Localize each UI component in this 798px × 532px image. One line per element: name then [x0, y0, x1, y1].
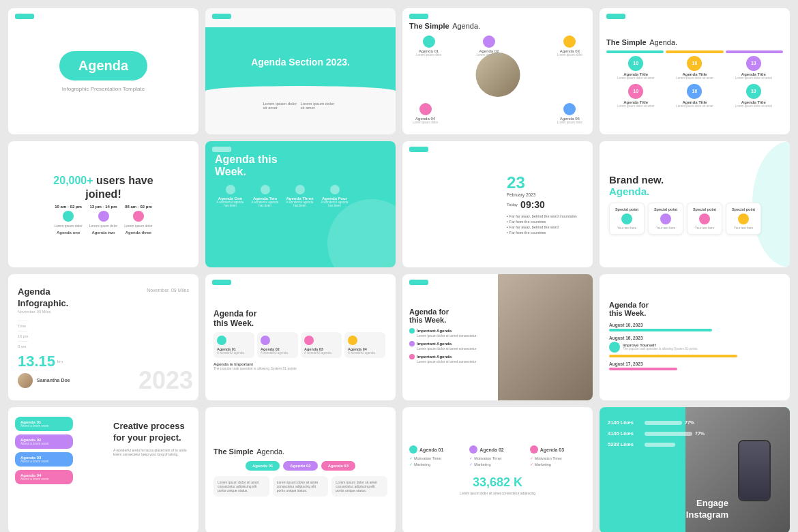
slide-grid: Agenda Infographic Presentation Template…: [8, 8, 790, 532]
slide15-col1-header: Agenda 01: [409, 445, 465, 454]
slide12-entry3: August 17, 2023: [609, 361, 780, 370]
slide16-stat2-pct: 77%: [695, 431, 705, 436]
slide4-title-bold: The Simple: [606, 38, 647, 46]
slide15-item3-1: ✓Motivation Timer: [530, 456, 586, 460]
slide3-network: Agenda 01 Lorem ipsum dolor Agenda 02 Lo…: [409, 35, 586, 124]
slide2-teal-bg: Agenda Section 2023.: [205, 27, 396, 97]
slide12-label2: Improve Yourself The popular task questi…: [623, 343, 698, 351]
slide14-title-bold: The Simple: [213, 447, 254, 456]
slide14-tab3[interactable]: Agenda 03: [321, 461, 355, 471]
slide12-entries: August 10, 2023 August 16, 2023 Improve …: [609, 323, 780, 374]
slide6-item1: Agenda One A wonderful agenda has been: [215, 185, 246, 207]
slide-7: 23 February 2023 Today 09:30 • Far far a…: [402, 141, 593, 267]
slide6-items: Agenda One A wonderful agenda has been A…: [215, 185, 386, 207]
slide6-item3: Agenda Three A wonderful agenda has been: [284, 185, 315, 207]
slide11-item1: Important Agenda Lorem ipsum dolor sit a…: [409, 328, 500, 338]
slide11-dot3: [409, 354, 415, 359]
slide8-card3: Special point Your text here: [687, 203, 722, 235]
slide6-title: Agenda thisWeek.: [215, 153, 386, 178]
slide11-content: Agenda forthis Week. Important Agenda Lo…: [402, 274, 507, 400]
slide-1: Agenda Infographic Presentation Template: [8, 8, 198, 134]
slide15-col3-title: Agenda 03: [540, 447, 564, 452]
slide14-tab2[interactable]: Agenda 02: [283, 461, 317, 471]
slide12-dot2: [609, 342, 620, 353]
slide2-item1: Lorem ipsum dolor sit amet: [263, 102, 301, 110]
slide8-title: Brand new.: [609, 174, 664, 186]
slide6-item4: Agenda Four A wonderful agenda has been: [319, 185, 350, 207]
slide15-col3: Agenda 03 ✓Motivation Timer ✓Marketing: [530, 445, 586, 469]
slide14-title-rest: Agenda.: [256, 447, 284, 456]
slide7-today: Today: [507, 203, 518, 207]
slide4-badge: [606, 14, 625, 19]
slide10-card4-dot: [348, 336, 357, 345]
slide2-title: Agenda Section 2023.: [251, 57, 350, 68]
slide12-entry2-row: Improve Yourself The popular task questi…: [609, 342, 780, 353]
slide11-item1-title: Important Agenda: [417, 329, 452, 333]
slide8-card2: Special point Your text here: [648, 203, 683, 235]
slide8-card1-desc: Your text here: [614, 226, 640, 230]
slide6-item2: Agenda Two A wonderful agenda has been: [250, 185, 280, 207]
slide8-cards: Special point Your text here Special poi…: [609, 203, 761, 235]
slide12-date2: August 16, 2023: [609, 336, 780, 340]
slide3-center-img: [475, 53, 520, 97]
slide10-badge: [212, 280, 231, 285]
slide-11: Agenda forthis Week. Important Agenda Lo…: [402, 274, 593, 400]
slide-3: The Simple Agenda. Agenda 01 Lorem ipsum…: [402, 8, 593, 134]
slide-badge: [15, 14, 34, 19]
slide3-title-rest: Agenda.: [452, 22, 480, 30]
slide4-item5: 10 Agenda Title Lorem ipsum dolor sit am…: [670, 84, 718, 108]
slide11-item3-desc: Lorem ipsum dolor sit amet consectetur: [417, 359, 500, 364]
slide4-bar: [606, 50, 783, 53]
slide-9: AgendaInfographic. November. 09 Miles No…: [8, 274, 198, 400]
slide7-badge: [409, 147, 428, 152]
slide8-card2-desc: Your text here: [653, 226, 679, 230]
slide12-date1: August 10, 2023: [609, 323, 780, 327]
slide-6: Agenda thisWeek. Agenda One A wonderful …: [205, 141, 396, 267]
slide16-stat3: 5238 Likes: [608, 441, 705, 447]
slide16-stats: 2146 Likes 77% 4146 Likes 77% 5238 Likes: [608, 419, 705, 452]
slide14-card1-desc: Lorem ipsum dolor sit amet consectetur a…: [218, 480, 265, 492]
slide15-cols: Agenda 01 ✓Motivation Timer ✓Marketing A…: [409, 445, 586, 469]
slide3-label4: Agenda 04 Lorem ipsum dolor: [413, 103, 438, 124]
slide1-subtitle: Infographic Presentation Template: [62, 86, 145, 92]
slide12-bar2: [609, 355, 737, 357]
slide15-item3-2: ✓Marketing: [530, 462, 586, 467]
slide13-bubble1: Agenda 01 Attend a lorem event: [15, 417, 73, 431]
slide4-row2: 10 Agenda Title Lorem ipsum dolor sit am…: [606, 84, 783, 108]
slide14-tabs: Agenda 01 Agenda 02 Agenda 03: [246, 461, 355, 471]
slide3-label2: Agenda 02 Lorem ipsum dolor: [476, 35, 501, 57]
slide8-card1-title: Special point: [614, 207, 640, 211]
slide16-title: EngageInstagram: [686, 498, 728, 521]
slide12-entry2: August 16, 2023 Improve Yourself The pop…: [609, 336, 780, 357]
slide-5: 20,000+ users havejoined! 10 am - 02 pm …: [8, 141, 198, 267]
slide15-item2-1: ✓Motivation Timer: [469, 456, 525, 460]
slide4-item4: 10 Agenda Title Lorem ipsum dolor sit am…: [612, 84, 660, 108]
slide15-col2: Agenda 02 ✓Motivation Timer ✓Marketing: [469, 445, 525, 469]
slide11-item3: Important Agenda Lorem ipsum dolor sit a…: [409, 354, 500, 364]
slide8-card1: Special point Your text here: [609, 203, 645, 235]
slide11-item2: Important Agenda Lorem ipsum dolor sit a…: [409, 341, 500, 351]
slide7-b4: • Far from the countries: [507, 231, 587, 235]
slide15-number-desc: Lorem ipsum dolor sit amet consectetur a…: [460, 491, 535, 495]
slide2-badge: [212, 14, 231, 19]
slide14-tab1[interactable]: Agenda 01: [246, 461, 280, 471]
slide9-title: AgendaInfographic.: [18, 286, 68, 310]
slide14-card1: Lorem ipsum dolor sit amet consectetur a…: [213, 476, 269, 497]
slide10-card2-desc: A wonderful agenda: [261, 351, 295, 355]
slide4-item6: 10 Agenda Title Lorem ipsum dolor sit am…: [730, 84, 778, 108]
slide-8: Brand new. Agenda. Special point Your te…: [600, 141, 790, 267]
slide3-label5: Agenda 05 Lorem ipsum dolor: [557, 103, 582, 124]
slide9-avatar: [18, 373, 33, 388]
slide15-dot3: [530, 445, 538, 454]
slide5-items: 10 am - 02 pm Lorem ipsum dolor Agenda o…: [54, 205, 152, 235]
slide9-month-right: November. 09 Miles: [147, 288, 189, 293]
slide7-b2: • Far from the countries: [507, 220, 587, 224]
slide10-card3-dot: [304, 336, 314, 345]
slide12-bar3: [609, 368, 677, 370]
slide16-stat2-num: 4146 Likes: [608, 430, 642, 437]
slide8-card4-desc: Your text here: [730, 226, 756, 230]
slide12-title: Agenda forthis Week.: [609, 301, 649, 317]
slide11-item2-title: Important Agenda: [417, 342, 452, 346]
slide16-stat2-bar: [645, 432, 692, 436]
slide16-stat1: 2146 Likes 77%: [608, 419, 705, 426]
